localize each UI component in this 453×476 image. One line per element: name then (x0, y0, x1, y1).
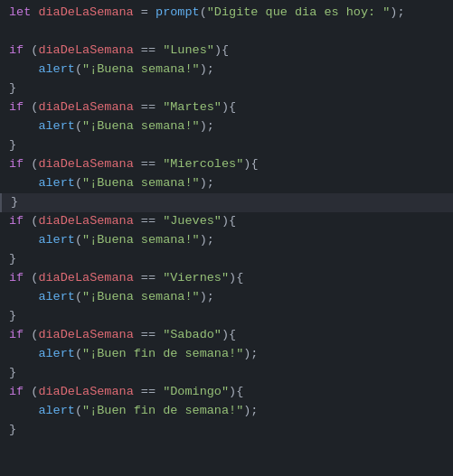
token-punct: } (9, 250, 16, 269)
token-kw: let (9, 4, 38, 23)
code-line: } (0, 421, 453, 440)
token-punct: } (9, 364, 16, 383)
token-str: "¡Buen fin de semana!" (82, 402, 243, 421)
token-kw: if (9, 269, 31, 288)
token-punct: ( (31, 42, 38, 61)
token-kw: if (9, 383, 31, 402)
token-punct: ( (75, 174, 82, 193)
token-var: diaDeLaSemana (38, 98, 133, 117)
token-plain (9, 345, 38, 364)
token-str: "Martes" (163, 98, 222, 117)
code-line: alert("¡Buen fin de semana!"); (0, 345, 453, 364)
token-punct: ( (31, 269, 38, 288)
code-line: alert("¡Buena semana!"); (0, 117, 453, 136)
code-line: } (0, 307, 453, 326)
token-str: "¡Buena semana!" (82, 231, 200, 250)
token-str: "Sabado" (163, 326, 222, 345)
token-var: diaDeLaSemana (38, 269, 133, 288)
token-kw: if (9, 155, 31, 174)
token-kw: if (9, 212, 31, 231)
token-punct: ){ (222, 326, 236, 345)
token-plain (9, 61, 38, 79)
token-punct: ){ (214, 42, 229, 61)
token-op: == (134, 155, 163, 174)
code-line: } (0, 364, 453, 383)
token-punct: ( (200, 4, 207, 23)
token-fn: prompt (156, 4, 200, 23)
code-line (0, 23, 453, 42)
token-str: "¡Buena semana!" (82, 117, 200, 136)
token-punct: } (9, 136, 16, 155)
token-punct: ); (243, 345, 258, 364)
code-line: alert("¡Buen fin de semana!"); (0, 402, 453, 421)
token-plain (9, 117, 38, 136)
code-line: if (diaDeLaSemana == "Viernes"){ (0, 269, 453, 288)
token-punct: ){ (222, 212, 236, 231)
code-line: if (diaDeLaSemana == "Martes"){ (0, 98, 453, 117)
token-punct: ( (31, 383, 38, 402)
token-var: diaDeLaSemana (38, 326, 133, 345)
code-line: } (0, 250, 453, 269)
token-punct: ( (31, 212, 38, 231)
code-line: } (0, 136, 453, 155)
token-plain (9, 174, 38, 193)
token-var: diaDeLaSemana (38, 212, 133, 231)
token-punct: ); (200, 117, 214, 136)
token-punct: ( (75, 345, 82, 364)
token-plain (9, 231, 38, 250)
token-fn: alert (38, 174, 75, 193)
token-kw: if (9, 42, 31, 61)
token-var: diaDeLaSemana (38, 155, 133, 174)
token-fn: alert (38, 231, 75, 250)
token-var: diaDeLaSemana (38, 4, 133, 23)
token-punct: ); (200, 231, 214, 250)
token-punct: ); (200, 61, 214, 79)
token-str: "Digite que dia es hoy: " (207, 4, 391, 23)
token-punct: } (9, 421, 16, 440)
token-punct: ( (75, 117, 82, 136)
token-punct: ){ (222, 98, 236, 117)
code-line: if (diaDeLaSemana == "Miercoles"){ (0, 155, 453, 174)
token-kw: if (9, 98, 31, 117)
code-line: } (0, 193, 453, 212)
token-str: "Domingo" (163, 383, 229, 402)
code-line: if (diaDeLaSemana == "Domingo"){ (0, 383, 453, 402)
token-op: == (134, 326, 163, 345)
token-var: diaDeLaSemana (38, 42, 133, 61)
token-fn: alert (38, 117, 75, 136)
token-punct: } (9, 79, 16, 98)
token-plain (9, 402, 38, 421)
code-line: if (diaDeLaSemana == "Sabado"){ (0, 326, 453, 345)
token-str: "¡Buena semana!" (82, 174, 200, 193)
token-op: == (134, 212, 163, 231)
token-str: "¡Buena semana!" (82, 288, 200, 307)
token-punct: ); (390, 4, 404, 23)
token-kw: if (9, 326, 31, 345)
token-fn: alert (38, 288, 75, 307)
code-line: alert("¡Buena semana!"); (0, 231, 453, 250)
token-str: "Miercoles" (163, 155, 243, 174)
token-punct: } (11, 193, 18, 212)
token-str: "Jueves" (163, 212, 222, 231)
token-fn: alert (38, 61, 75, 79)
token-fn: alert (38, 402, 75, 421)
token-str: "¡Buen fin de semana!" (82, 345, 243, 364)
token-op: == (134, 269, 163, 288)
token-punct: ( (75, 402, 82, 421)
code-line: alert("¡Buena semana!"); (0, 61, 453, 79)
token-punct: ( (31, 98, 38, 117)
token-op: = (134, 4, 156, 23)
token-punct: ); (200, 288, 214, 307)
code-line: if (diaDeLaSemana == "Jueves"){ (0, 212, 453, 231)
token-punct: ){ (243, 155, 258, 174)
token-str: "Viernes" (163, 269, 229, 288)
token-punct: ( (75, 231, 82, 250)
token-op: == (134, 42, 163, 61)
token-punct: ( (75, 61, 82, 79)
code-line: } (0, 79, 453, 98)
token-punct: ){ (229, 383, 243, 402)
code-line: alert("¡Buena semana!"); (0, 288, 453, 307)
token-punct: } (9, 307, 16, 326)
token-str: "¡Buena semana!" (82, 61, 200, 79)
token-punct: ); (200, 174, 214, 193)
